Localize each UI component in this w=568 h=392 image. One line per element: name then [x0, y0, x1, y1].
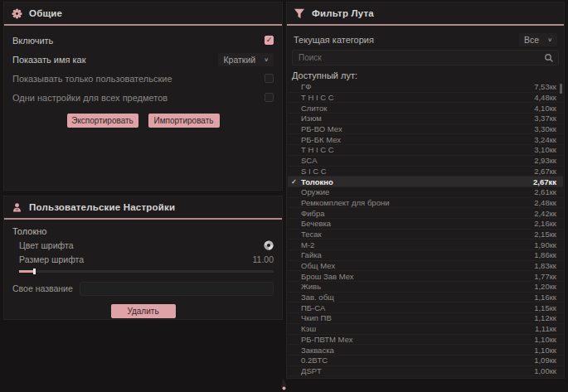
loot-item-value: 2,67кк	[534, 167, 556, 176]
delete-row: Удалить	[4, 304, 282, 318]
filter-panel-title: Фильтр Лута	[312, 8, 374, 18]
chevron-down-icon: ∨	[264, 56, 269, 62]
loot-row[interactable]: РБ-ПВТМ Мех1,10кк	[288, 335, 563, 346]
enable-checkbox[interactable]: ✓	[265, 36, 274, 45]
loot-row[interactable]: Чкип ПВ1,12кк	[288, 313, 563, 324]
loot-row[interactable]: Закваска1,10кк	[288, 345, 563, 356]
loot-item-name: Живь	[299, 282, 534, 291]
slider-track	[19, 270, 274, 273]
loot-row[interactable]: 0.2BTC1,09кк	[288, 356, 563, 366]
loot-item-name: Оружие	[299, 187, 534, 196]
search-input[interactable]	[297, 52, 544, 63]
export-button[interactable]: Экспортировать	[67, 114, 138, 128]
loot-item-name: Фибра	[299, 209, 534, 218]
loot-row[interactable]: Брош Зав Мех1,77кк	[288, 271, 563, 282]
name-display-dropdown[interactable]: Краткий ∨	[218, 53, 274, 66]
same-settings-checkbox[interactable]	[265, 93, 274, 102]
loot-row[interactable]: Бечевка2,16кк	[288, 219, 563, 230]
loot-item-value: 1,15кк	[534, 303, 556, 312]
loot-item-name: Общ Мех	[299, 261, 534, 270]
category-value: Все	[524, 35, 539, 45]
loot-row[interactable]: Зав. общ1,16кк	[288, 293, 563, 303]
loot-item-value: 4,10кк	[534, 104, 556, 113]
loot-filter-panel: Фильтр Лута Текущая категория Все ∨ Дост…	[286, 2, 565, 379]
loot-item-name: 0.2BTC	[299, 356, 534, 365]
loot-row[interactable]: Кэш1,11кк	[288, 324, 563, 335]
font-size-slider-fill	[19, 270, 34, 273]
loot-item-name: Т Н I С С	[299, 145, 534, 154]
custom-name-input[interactable]	[80, 282, 274, 296]
font-size-label: Размер шрифта	[19, 254, 84, 264]
loot-item-name: Толокно	[299, 177, 533, 186]
loot-item-name: ГФ	[299, 82, 534, 91]
custom-name-label: Свое название	[12, 283, 73, 293]
filter-panel-header: Фильтр Лута	[287, 2, 564, 22]
loot-item-value: 1,77кк	[534, 272, 556, 281]
loot-item-name: РБ-ВО Мех	[299, 124, 534, 133]
loot-row[interactable]: РБ-БК Мех3,24кк	[288, 134, 563, 145]
loot-row[interactable]: Изюм3,37кк	[288, 114, 563, 124]
color-wheel-icon[interactable]	[264, 240, 274, 250]
loot-item-value: 2,48кк	[534, 198, 556, 207]
header-underline	[287, 24, 564, 26]
loot-row[interactable]: Ремкомплект для брони2,48кк	[288, 198, 563, 209]
category-dropdown[interactable]: Все ∨	[519, 33, 557, 46]
custom-panel-title: Пользовательские Настройки	[29, 202, 175, 212]
same-settings-label: Одни настройки для всех предметов	[12, 93, 167, 103]
option-row-only-custom: Показывать только пользовательские	[4, 69, 282, 88]
enable-label: Включить	[12, 36, 53, 46]
option-row-name-display: Показать имя как Краткий ∨	[4, 50, 282, 69]
loot-row[interactable]: ДSPT1,00кк	[288, 366, 563, 377]
loot-item-name: Кэш	[299, 324, 535, 333]
loot-item-name: М-2	[299, 240, 534, 249]
only-custom-checkbox[interactable]	[265, 74, 274, 83]
loot-row[interactable]: Тесак2,15кк	[288, 230, 563, 240]
loot-item-value: 7,53кк	[534, 82, 556, 91]
category-row: Текущая категория Все ∨	[287, 31, 564, 48]
loot-item-value: 1,09кк	[534, 356, 556, 365]
loot-item-value: 1,16кк	[534, 293, 556, 302]
loot-row[interactable]: Т Н I С С3,10кк	[288, 145, 563, 156]
loot-item-value: 3,10кк	[534, 145, 556, 154]
loot-item-name: Т Н I С С	[299, 93, 534, 102]
loot-list: ГФ7,53ккТ Н I С С4,48ккСлиток4,10ккИзюм3…	[288, 82, 563, 376]
gear-icon	[11, 7, 22, 19]
scrollbar-thumb[interactable]	[560, 84, 562, 94]
loot-item-value: 1,11кк	[535, 324, 556, 333]
loot-row[interactable]: SCA2,93кк	[288, 156, 563, 167]
loot-row[interactable]: S I С С2,67кк	[288, 167, 563, 177]
loot-item-name: РБ-ПВТМ Мех	[299, 335, 534, 344]
loot-item-value: 1,12кк	[534, 313, 556, 322]
search-icon[interactable]	[544, 53, 554, 63]
chevron-down-icon: ∨	[547, 36, 552, 42]
loot-item-value: 1,00кк	[534, 366, 556, 375]
export-import-row: Экспортировать Импортировать	[4, 114, 282, 128]
font-size-value: 11.00	[253, 254, 274, 264]
loot-row[interactable]: Общ Мех1,83кк	[288, 261, 563, 272]
loot-row[interactable]: РБ-ВО Мех3,30кк	[288, 124, 563, 135]
loot-row[interactable]: ПБ-СА1,15кк	[288, 302, 563, 313]
import-button[interactable]: Импортировать	[148, 114, 220, 128]
name-display-label: Показать имя как	[12, 55, 86, 65]
custom-name-row: Свое название	[4, 278, 282, 299]
loot-item-value: 4,48кк	[534, 93, 556, 102]
font-color-label: Цвет шрифта	[19, 240, 74, 250]
loot-row[interactable]: М-21,90кк	[288, 240, 563, 250]
loot-item-name: Изюм	[299, 114, 534, 123]
loot-row[interactable]: ✓Толокно2,67кк	[288, 177, 563, 187]
font-size-slider[interactable]	[19, 269, 274, 274]
delete-button[interactable]: Удалить	[111, 304, 176, 318]
loot-row[interactable]: Фибра2,42кк	[288, 208, 563, 219]
loot-item-value: 1,10кк	[534, 335, 556, 344]
loot-item-value: 3,30кк	[534, 124, 556, 133]
loot-item-name: Ремкомплект для брони	[299, 198, 534, 207]
loot-item-value: 3,37кк	[534, 114, 556, 123]
loot-row[interactable]: ГФ7,53кк	[288, 82, 563, 93]
loot-row[interactable]: Живь1,20кк	[288, 282, 563, 293]
loot-item-value: 1,10кк	[534, 346, 556, 355]
slider-thumb[interactable]	[33, 269, 36, 274]
loot-row[interactable]: Слиток4,10кк	[288, 103, 563, 114]
loot-row[interactable]: Гайка1,86кк	[288, 250, 563, 261]
loot-row[interactable]: Оружие2,61кк	[288, 187, 563, 198]
loot-row[interactable]: Т Н I С С4,48кк	[288, 93, 563, 104]
